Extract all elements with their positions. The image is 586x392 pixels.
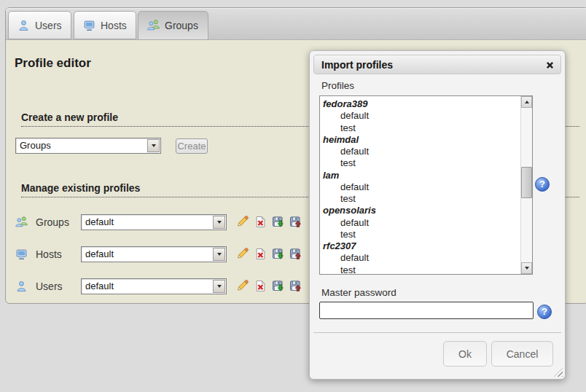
import-icon[interactable]: [272, 280, 284, 292]
dialog-title: Import profiles: [321, 59, 393, 71]
profile-option[interactable]: test: [323, 122, 520, 134]
page-title: Profile editor: [15, 56, 91, 71]
profile-option[interactable]: test: [323, 264, 520, 275]
profile-select-hosts[interactable]: default: [81, 246, 227, 262]
profile-option[interactable]: test: [323, 193, 520, 205]
tab-hosts[interactable]: Hosts: [74, 11, 136, 39]
export-icon[interactable]: [289, 248, 302, 260]
profile-option[interactable]: default: [323, 146, 520, 157]
tab-groups[interactable]: Groups: [138, 11, 208, 40]
chevron-down-icon[interactable]: [213, 248, 225, 261]
profile-option[interactable]: default: [323, 181, 520, 193]
profile-group-label: opensolaris: [323, 205, 520, 216]
scrollbar[interactable]: [520, 96, 532, 274]
profile-group-label: rfc2307: [323, 240, 520, 252]
profiles-list-rows: fedora389defaulttestheimdaldefaulttestla…: [320, 96, 520, 274]
user-icon: [17, 20, 30, 31]
edit-icon[interactable]: [236, 280, 249, 292]
divider: [313, 332, 561, 333]
profile-option[interactable]: test: [323, 229, 520, 240]
master-password-label: Master password: [321, 287, 396, 298]
profile-option[interactable]: test: [323, 157, 520, 169]
profile-select-groups[interactable]: default: [81, 214, 227, 230]
profile-select-value: default: [85, 215, 114, 230]
chevron-down-icon[interactable]: [147, 139, 160, 152]
help-icon[interactable]: ?: [537, 305, 552, 319]
help-icon[interactable]: ?: [535, 177, 550, 192]
tab-label: Hosts: [101, 20, 127, 31]
create-button[interactable]: Create: [176, 138, 208, 154]
import-profiles-dialog: Import profiles Profiles fedora389defaul…: [309, 50, 566, 380]
profiles-label: Profiles: [321, 80, 354, 91]
profile-option[interactable]: default: [323, 252, 520, 264]
resize-handle-icon[interactable]: [554, 368, 563, 377]
edit-icon[interactable]: [236, 248, 249, 260]
dialog-titlebar[interactable]: Import profiles: [313, 55, 561, 74]
import-icon[interactable]: [272, 248, 284, 260]
groups-icon: [147, 20, 160, 31]
tab-bar: Users Hosts: [6, 8, 586, 40]
profile-select-value: default: [85, 247, 114, 262]
scrollbar-thumb[interactable]: [521, 167, 532, 198]
scroll-up-icon[interactable]: [521, 96, 532, 108]
host-icon: [83, 20, 95, 31]
row-type-label: Groups: [36, 214, 69, 230]
export-icon[interactable]: [289, 280, 302, 292]
profile-select-value: default: [85, 279, 114, 294]
chevron-down-icon[interactable]: [213, 216, 225, 229]
profile-option[interactable]: default: [323, 217, 520, 229]
edit-icon[interactable]: [236, 216, 249, 228]
profiles-listbox[interactable]: fedora389defaulttestheimdaldefaulttestla…: [319, 95, 533, 275]
profile-group-label: fedora389: [323, 98, 520, 110]
tab-label: Users: [35, 20, 62, 31]
export-icon[interactable]: [289, 216, 302, 228]
account-type-value: Groups: [20, 138, 51, 153]
import-icon[interactable]: [272, 216, 284, 228]
ok-button[interactable]: Ok: [443, 341, 487, 366]
profile-option[interactable]: default: [323, 110, 520, 122]
row-type-label: Hosts: [36, 246, 62, 262]
scroll-down-icon[interactable]: [521, 262, 532, 274]
user-icon: [15, 281, 28, 292]
host-icon: [15, 248, 28, 260]
master-password-input[interactable]: [319, 302, 534, 319]
profile-select-users[interactable]: default: [81, 278, 227, 294]
profile-group-label: lam: [323, 170, 520, 181]
profile-group-label: heimdal: [323, 134, 520, 146]
groups-icon: [15, 216, 28, 228]
tab-users[interactable]: Users: [8, 11, 71, 39]
cancel-button[interactable]: Cancel: [491, 341, 553, 366]
account-type-select[interactable]: Groups: [15, 138, 161, 154]
delete-icon[interactable]: [254, 280, 267, 292]
close-icon[interactable]: [544, 59, 555, 71]
row-type-label: Users: [36, 278, 63, 294]
chevron-down-icon[interactable]: [213, 280, 225, 293]
delete-icon[interactable]: [254, 248, 267, 260]
delete-icon[interactable]: [254, 216, 267, 228]
tab-label: Groups: [165, 20, 198, 31]
